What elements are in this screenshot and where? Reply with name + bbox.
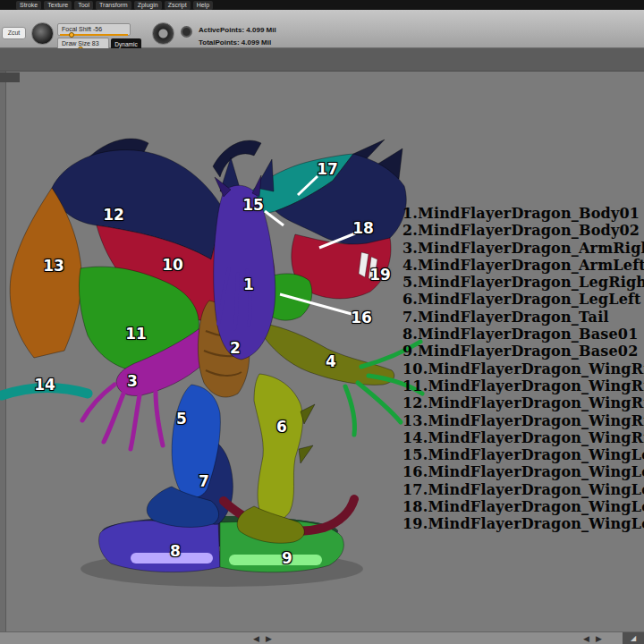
total-points-readout: TotalPoints: 4.099 Mil <box>199 38 271 47</box>
zcut-button[interactable]: Zcut <box>2 27 26 39</box>
part-list-item: 19.MindFlayerDragon_WingLeft <box>402 515 644 532</box>
part-list-item: 16.MindFlayerDragon_WingLeft <box>402 463 644 480</box>
menu-item-zscript[interactable]: Zscript <box>165 1 191 10</box>
part-list-item: 18.MindFlayerDragon_WingLeft <box>402 498 644 515</box>
canvas-corner-tab <box>0 72 20 82</box>
menu-item-help[interactable]: Help <box>193 1 213 10</box>
part-list-item: 12.MindFlayerDragon_WingRight <box>402 394 644 411</box>
focal-shift-label: Focal Shift -56 <box>62 26 102 32</box>
part-list-item: 6.MindFlayerDragon_LegLeft <box>402 291 644 308</box>
part-list-item: 3.MindFlayerDragon_ArmRight <box>402 240 644 257</box>
page: { "menu_bar": { "items": ["Stroke", "Tex… <box>0 0 644 644</box>
resize-corner-icon[interactable]: ◢ <box>623 632 644 644</box>
top-shelf: Zcut Focal Shift -56 Draw Size 83 Dynami… <box>0 10 644 48</box>
part-list-item: 14.MindFlayerDragon_WingRight <box>402 429 644 446</box>
brush-preview-icon[interactable] <box>31 22 54 45</box>
menu-item-stroke[interactable]: Stroke <box>16 1 41 10</box>
menu-item-transform[interactable]: Transform <box>96 1 131 10</box>
part-list-item: 11.MindFlayerDragon_WingRight <box>402 377 644 394</box>
points-counter-icon <box>181 26 192 38</box>
left-scrollbar[interactable] <box>0 72 6 631</box>
menu-bar: StrokeTextureToolTransformZpluginZscript… <box>0 0 644 10</box>
part-list-item: 17.MindFlayerDragon_WingLeft <box>402 481 644 498</box>
menu-item-tool[interactable]: Tool <box>74 1 93 10</box>
bottom-scrollbar[interactable]: ◀ ▶ ◀ ▶ ◢ <box>0 631 644 644</box>
part-list-item: 1.MindFlayerDragon_Body01 <box>402 205 644 222</box>
shelf-lower-band <box>0 48 644 72</box>
scroll-right-2-icon[interactable]: ▶ <box>596 633 602 644</box>
scroll-left-2-icon[interactable]: ◀ <box>583 633 589 644</box>
parts-list: 1.MindFlayerDragon_Body012.MindFlayerDra… <box>402 205 644 533</box>
menu-item-zplugin[interactable]: Zplugin <box>134 1 162 10</box>
part-list-item: 4.MindFlayerDragon_ArmLeft <box>402 257 644 274</box>
scroll-right-icon[interactable]: ▶ <box>266 633 272 644</box>
part-list-item: 13.MindFlayerDragon_WingRight <box>402 412 644 429</box>
part-list-item: 9.MindFlayerDragon_Base02 <box>402 343 644 360</box>
part-list-item: 7.MindFlayerDragon_Tail <box>402 309 644 326</box>
part-list-item: 5.MindFlayerDragon_LegRight <box>402 274 644 291</box>
menu-bar-items: StrokeTextureToolTransformZpluginZscript… <box>16 1 213 10</box>
part-list-item: 15.MindFlayerDragon_WingLeft <box>402 446 644 463</box>
focal-shift-slider[interactable]: Focal Shift -56 <box>57 23 131 36</box>
draw-size-label: Draw Size 83 <box>62 40 99 47</box>
part-list-item: 2.MindFlayerDragon_Body02 <box>402 222 644 239</box>
menu-item-texture[interactable]: Texture <box>44 1 72 10</box>
part-list-item: 8.MindFlayerDragon_Base01 <box>402 326 644 343</box>
scroll-left-icon[interactable]: ◀ <box>253 633 259 644</box>
active-points-readout: ActivePoints: 4.099 Mil <box>199 26 276 35</box>
stroke-preview-icon[interactable] <box>152 22 174 45</box>
part-list-item: 10.MindFlayerDragon_WingRight <box>402 360 644 377</box>
